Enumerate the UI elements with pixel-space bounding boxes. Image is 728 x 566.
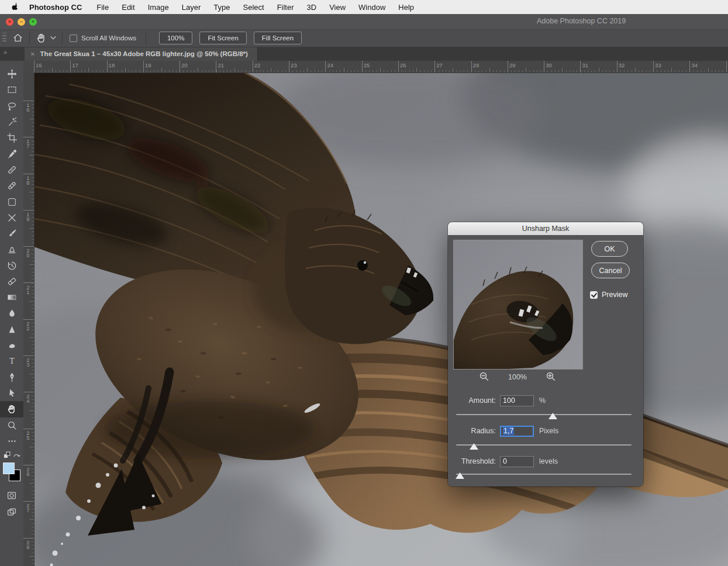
document-tab[interactable]: × The Great Skua 1 – 45x30 Adobe RGB lig… (25, 47, 258, 61)
filter-preview[interactable] (453, 240, 583, 370)
chevron-down-icon[interactable] (50, 36, 56, 40)
eraser-tool[interactable] (0, 274, 23, 289)
clone-stamp-tool[interactable] (0, 241, 23, 257)
radius-label: Radius: (448, 427, 496, 435)
color-swatches (0, 462, 23, 488)
menu-item-image[interactable]: Image (142, 3, 175, 12)
photoshop-window: Photoshop CC File Edit Image Layer Type … (0, 0, 728, 566)
document-tab-title: The Great Skua 1 – 45x30 Adobe RGB light… (40, 50, 248, 57)
fit-screen-button[interactable]: Fit Screen (199, 32, 246, 44)
pen-tool[interactable] (0, 370, 23, 385)
radius-unit: Pixels (539, 427, 558, 435)
menu-item-view[interactable]: View (323, 3, 352, 12)
hand-tool-icon[interactable] (36, 33, 47, 44)
close-window-button[interactable]: × (6, 18, 13, 26)
window-title: Adobe Photoshop CC 2019 (537, 17, 626, 25)
healing-brush-tool[interactable] (0, 178, 23, 194)
apple-menu-icon[interactable] (11, 2, 19, 12)
rectangular-marquee-tool[interactable] (0, 82, 23, 98)
home-icon[interactable] (12, 33, 23, 43)
options-bar: Scroll All Windows 100% Fit Screen Fill … (0, 29, 728, 47)
move-tool[interactable] (0, 66, 23, 82)
menu-item-help[interactable]: Help (392, 3, 420, 12)
minimize-window-button[interactable]: − (18, 18, 25, 26)
tab-close-icon[interactable]: × (30, 50, 35, 58)
swap-colors-icon[interactable] (13, 450, 20, 461)
threshold-unit: levels (539, 457, 558, 465)
app-menu[interactable]: Photoshop CC (29, 3, 82, 12)
amount-input[interactable]: 100 (500, 395, 534, 406)
spot-healing-brush-tool[interactable] (0, 162, 23, 178)
type-tool[interactable]: T (0, 353, 23, 369)
svg-text:T: T (9, 357, 15, 366)
amount-label: Amount: (448, 396, 496, 405)
separator (146, 32, 146, 44)
default-colors-icon[interactable] (4, 450, 11, 461)
tool-bar: T (0, 61, 23, 566)
threshold-input[interactable]: 0 (500, 456, 534, 467)
ruler-horizontal: 1617181920212223242526272829303132333435 (34, 61, 728, 73)
quick-mask-icon[interactable] (0, 488, 23, 503)
gradient-tool[interactable] (0, 289, 23, 305)
magic-wand-tool[interactable] (0, 114, 23, 130)
tab-bar: » × The Great Skua 1 – 45x30 Adobe RGB l… (0, 47, 728, 61)
dialog-title[interactable]: Unsharp Mask (448, 222, 643, 235)
zoom-tool[interactable] (0, 417, 23, 433)
brush-tool[interactable] (0, 226, 23, 241)
window-title-bar[interactable]: × − + Adobe Photoshop CC 2019 (0, 14, 728, 30)
panel-collapse-icon[interactable]: » (4, 49, 8, 56)
zoom-in-icon[interactable] (546, 371, 556, 384)
zoom-100-button[interactable]: 100% (159, 32, 192, 44)
menu-item-3d[interactable]: 3D (301, 3, 323, 12)
radius-slider-track[interactable] (456, 444, 632, 446)
zoom-window-button[interactable]: + (29, 18, 37, 26)
preview-zoom-level: 100% (508, 373, 527, 381)
separator (62, 32, 63, 44)
lasso-tool[interactable] (0, 98, 23, 114)
amount-unit: % (539, 396, 546, 405)
radius-input[interactable]: 1,7 (500, 426, 534, 437)
ok-button[interactable]: OK (591, 241, 628, 257)
menu-bar: Photoshop CC File Edit Image Layer Type … (0, 0, 728, 14)
path-selection-tool[interactable] (0, 385, 23, 401)
options-bar-grip[interactable] (2, 33, 6, 43)
frame-tool[interactable] (0, 210, 23, 226)
edit-toolbar-icon[interactable] (0, 433, 23, 449)
sharpen-tool[interactable] (0, 322, 23, 337)
menu-item-filter[interactable]: Filter (271, 3, 301, 12)
screen-mode-icon[interactable] (0, 503, 23, 519)
foreground-color-swatch[interactable] (3, 463, 15, 474)
hand-tool[interactable] (0, 401, 23, 417)
dialog-body: 100% OK Cancel Preview Amount: 100 % Rad… (448, 235, 643, 486)
threshold-label: Threshold: (448, 457, 496, 465)
smudge-tool[interactable] (0, 337, 23, 353)
preview-zoom-controls: 100% (453, 371, 582, 384)
sponge-tool[interactable] (0, 194, 23, 209)
cancel-button[interactable]: Cancel (591, 263, 630, 278)
threshold-slider-track[interactable] (456, 474, 632, 475)
amount-slider[interactable] (456, 411, 632, 419)
scroll-all-windows-checkbox[interactable] (70, 34, 77, 42)
separator (29, 32, 30, 44)
radius-slider[interactable] (456, 441, 632, 450)
menu-item-layer[interactable]: Layer (175, 3, 208, 12)
ruler-vertical: 1 61 71 81 92 02 12 22 32 42 52 62 72 8 (23, 73, 34, 566)
history-brush-tool[interactable] (0, 258, 23, 274)
menu-item-edit[interactable]: Edit (115, 3, 141, 12)
menu-item-select[interactable]: Select (236, 3, 270, 12)
menu-item-type[interactable]: Type (207, 3, 236, 12)
eyedropper-tool[interactable] (0, 146, 23, 161)
ruler-corner (23, 61, 34, 73)
preview-label: Preview (602, 291, 627, 299)
blur-tool[interactable] (0, 305, 23, 321)
menu-item-file[interactable]: File (90, 3, 115, 12)
zoom-out-icon[interactable] (479, 371, 489, 384)
crop-tool[interactable] (0, 130, 23, 146)
preview-checkbox[interactable] (590, 291, 598, 299)
menu-item-window[interactable]: Window (352, 3, 392, 12)
preview-toggle[interactable]: Preview (590, 291, 627, 299)
fill-screen-button[interactable]: Fill Screen (254, 32, 302, 44)
unsharp-mask-dialog: Unsharp Mask (448, 222, 643, 486)
threshold-slider[interactable] (456, 471, 632, 479)
amount-slider-track[interactable] (456, 414, 632, 415)
